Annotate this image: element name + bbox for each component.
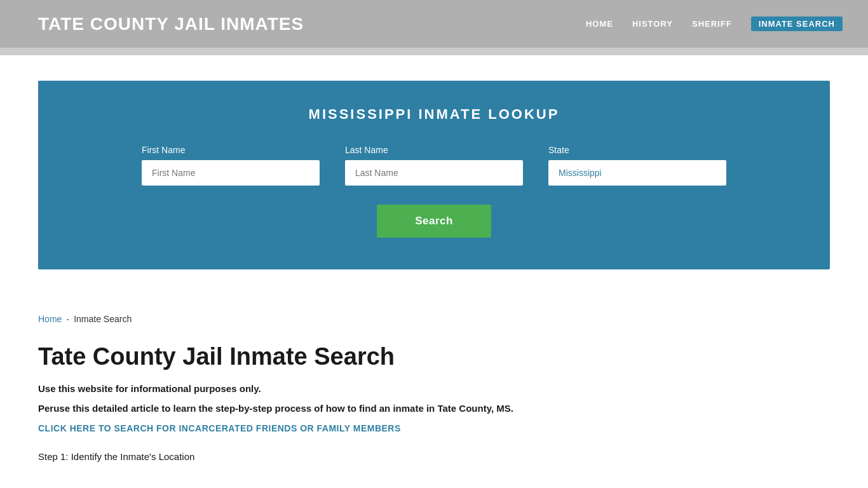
header: TATE COUNTY JAIL INMATES HOME HISTORY SH… [0, 0, 868, 48]
main-content: Tate County Jail Inmate Search Use this … [0, 330, 868, 487]
last-name-group: Last Name [345, 145, 523, 186]
step-1-text: Step 1: Identify the Inmate's Location [38, 451, 830, 462]
breadcrumb: Home • Inmate Search [0, 295, 868, 330]
nav-history[interactable]: HISTORY [632, 19, 673, 29]
search-fields-row: First Name Last Name State [76, 145, 792, 186]
search-btn-wrapper: Search [76, 205, 792, 238]
sub-header-bar [0, 48, 868, 55]
page-title: Tate County Jail Inmate Search [38, 343, 830, 370]
info-text-2: Peruse this detailed article to learn th… [38, 403, 830, 414]
last-name-label: Last Name [345, 145, 523, 155]
nav-inmate-search[interactable]: INMATE SEARCH [751, 17, 843, 31]
breadcrumb-home-link[interactable]: Home [38, 314, 62, 324]
main-nav: HOME HISTORY SHERIFF INMATE SEARCH [586, 17, 843, 31]
state-label: State [548, 145, 726, 155]
last-name-input[interactable] [345, 160, 523, 186]
breadcrumb-current-page: Inmate Search [74, 314, 132, 324]
site-title: TATE COUNTY JAIL INMATES [38, 14, 304, 34]
state-input[interactable] [548, 160, 726, 186]
lookup-title: MISSISSIPPI INMATE LOOKUP [76, 106, 792, 123]
state-group: State [548, 145, 726, 186]
search-button[interactable]: Search [377, 205, 491, 238]
nav-home[interactable]: HOME [586, 19, 613, 29]
breadcrumb-separator: • [67, 316, 69, 322]
click-here-link[interactable]: CLICK HERE to Search for Incarcerated Fr… [38, 423, 401, 433]
nav-sheriff[interactable]: SHERIFF [692, 19, 732, 29]
info-text-1: Use this website for informational purpo… [38, 383, 830, 394]
first-name-group: First Name [142, 145, 320, 186]
inmate-lookup-section: MISSISSIPPI INMATE LOOKUP First Name Las… [38, 81, 830, 269]
first-name-input[interactable] [142, 160, 320, 186]
first-name-label: First Name [142, 145, 320, 155]
